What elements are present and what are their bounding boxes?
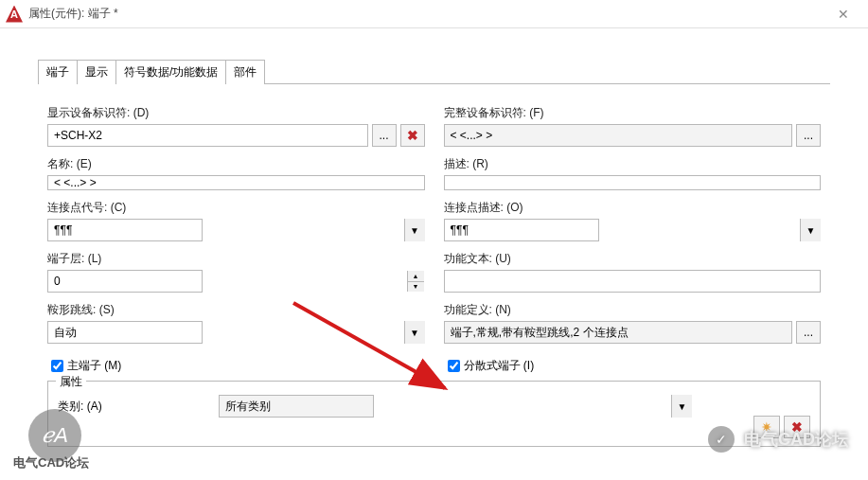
name-input[interactable] — [47, 175, 425, 190]
desc-input[interactable] — [444, 175, 822, 190]
full-id-browse-button[interactable]: ... — [796, 124, 821, 147]
full-id-label: 完整设备标识符: (F) — [444, 105, 822, 121]
func-text-label: 功能文本: (U) — [444, 251, 822, 267]
dist-terminal-checkbox[interactable] — [448, 360, 460, 372]
jumper-select[interactable] — [47, 321, 203, 344]
main-terminal-checkbox[interactable] — [51, 360, 63, 372]
category-select[interactable] — [219, 395, 374, 418]
jumper-label: 鞍形跳线: (S) — [47, 302, 425, 318]
wechat-icon: ✓ — [708, 426, 735, 453]
chevron-down-icon: ▼ — [404, 219, 425, 241]
desc-label: 描述: (R) — [444, 156, 822, 172]
category-label: 类别: (A) — [58, 399, 200, 415]
spin-up-icon[interactable]: ▲ — [408, 271, 424, 282]
conn-code-select[interactable] — [47, 219, 203, 241]
tab-terminal[interactable]: 端子 — [38, 60, 78, 84]
tab-display[interactable]: 显示 — [78, 60, 116, 84]
properties-group: 属性 类别: (A) ▼ ✷ ✖ — [47, 381, 821, 447]
conn-desc-label: 连接点描述: (O) — [444, 200, 822, 216]
watermark-right-text: 电气CAD论坛 — [744, 428, 849, 451]
func-def-browse-button[interactable]: ... — [796, 321, 821, 344]
dist-terminal-label: 分散式端子 (I) — [464, 358, 535, 374]
chevron-down-icon: ▼ — [671, 395, 692, 418]
close-button[interactable]: ✕ — [824, 1, 862, 27]
group-title: 属性 — [56, 374, 86, 390]
chevron-down-icon: ▼ — [404, 321, 425, 344]
layer-input[interactable] — [47, 270, 203, 293]
disp-id-clear-button[interactable]: ✖ — [400, 124, 425, 147]
watermark-right: ✓ 电气CAD论坛 — [708, 426, 849, 453]
watermark-left-text: 电气CAD论坛 — [13, 454, 89, 471]
main-terminal-label: 主端子 (M) — [67, 358, 121, 374]
disp-id-input[interactable] — [47, 124, 368, 147]
layer-spinner[interactable]: ▲ ▼ — [407, 271, 424, 292]
conn-code-label: 连接点代号: (C) — [47, 200, 425, 216]
title-bar: A 属性(元件): 端子 * ✕ — [0, 0, 868, 28]
chevron-down-icon: ▼ — [800, 219, 821, 241]
app-icon: A — [6, 6, 23, 23]
disp-id-label: 显示设备标识符: (D) — [47, 105, 425, 121]
tab-parts[interactable]: 部件 — [226, 60, 265, 84]
tab-strip: 端子 显示 符号数据/功能数据 部件 — [0, 55, 868, 83]
tab-symbol-data[interactable]: 符号数据/功能数据 — [116, 60, 226, 84]
func-def-input — [444, 321, 793, 344]
window-title: 属性(元件): 端子 * — [28, 6, 824, 22]
full-id-input — [444, 124, 793, 147]
spin-down-icon[interactable]: ▼ — [408, 282, 424, 293]
name-label: 名称: (E) — [47, 156, 425, 172]
conn-desc-select[interactable] — [444, 219, 599, 241]
func-text-input[interactable] — [444, 270, 822, 293]
layer-label: 端子层: (L) — [47, 251, 425, 267]
func-def-label: 功能定义: (N) — [444, 302, 822, 318]
disp-id-browse-button[interactable]: ... — [372, 124, 397, 147]
form-area: 显示设备标识符: (D) ... ✖ 完整设备标识符: (F) ... 名称: … — [0, 84, 868, 375]
